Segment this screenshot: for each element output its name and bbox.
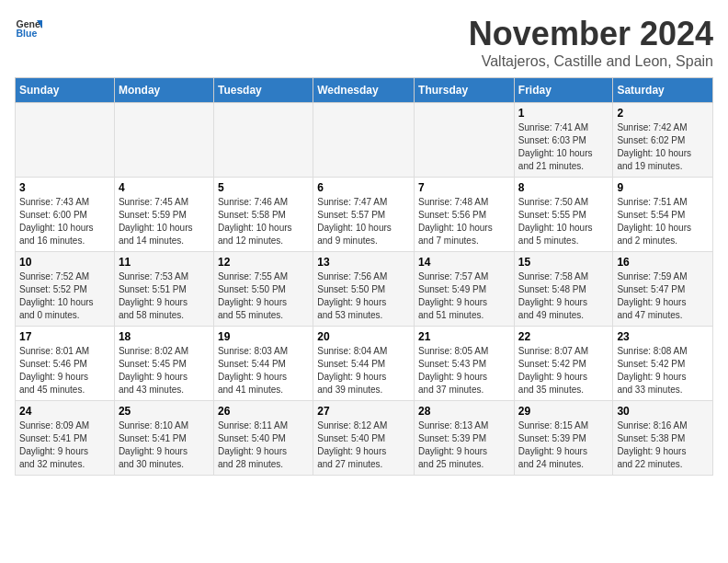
calendar-cell: 11Sunrise: 7:53 AM Sunset: 5:51 PM Dayli… xyxy=(114,252,213,327)
calendar-week-2: 10Sunrise: 7:52 AM Sunset: 5:52 PM Dayli… xyxy=(16,252,713,327)
day-number: 4 xyxy=(119,181,210,194)
day-info: Sunrise: 7:45 AM Sunset: 5:59 PM Dayligh… xyxy=(119,196,210,247)
day-info: Sunrise: 7:59 AM Sunset: 5:47 PM Dayligh… xyxy=(617,270,709,322)
calendar-cell: 23Sunrise: 8:08 AM Sunset: 5:42 PM Dayli… xyxy=(613,327,713,401)
svg-text:Blue: Blue xyxy=(17,28,38,39)
day-info: Sunrise: 7:47 AM Sunset: 5:57 PM Dayligh… xyxy=(317,196,410,247)
day-number: 9 xyxy=(617,181,709,194)
calendar-cell: 29Sunrise: 8:15 AM Sunset: 5:39 PM Dayli… xyxy=(514,401,613,476)
day-info: Sunrise: 8:08 AM Sunset: 5:42 PM Dayligh… xyxy=(617,345,709,396)
day-number: 19 xyxy=(218,330,309,343)
day-info: Sunrise: 7:50 AM Sunset: 5:55 PM Dayligh… xyxy=(518,196,609,247)
header-thursday: Thursday xyxy=(415,78,515,103)
calendar-cell: 14Sunrise: 7:57 AM Sunset: 5:49 PM Dayli… xyxy=(415,252,515,327)
day-info: Sunrise: 8:01 AM Sunset: 5:46 PM Dayligh… xyxy=(19,345,110,396)
calendar-cell: 20Sunrise: 8:04 AM Sunset: 5:44 PM Dayli… xyxy=(313,327,415,401)
day-number: 2 xyxy=(617,107,709,120)
day-number: 3 xyxy=(19,181,110,194)
calendar-cell: 28Sunrise: 8:13 AM Sunset: 5:39 PM Dayli… xyxy=(415,401,515,476)
calendar-cell: 15Sunrise: 7:58 AM Sunset: 5:48 PM Dayli… xyxy=(514,252,613,327)
month-title: November 2024 xyxy=(469,15,713,53)
day-info: Sunrise: 8:15 AM Sunset: 5:39 PM Dayligh… xyxy=(518,419,609,471)
day-info: Sunrise: 7:41 AM Sunset: 6:03 PM Dayligh… xyxy=(518,121,609,173)
day-info: Sunrise: 8:10 AM Sunset: 5:41 PM Dayligh… xyxy=(119,419,210,471)
header-friday: Friday xyxy=(514,78,613,103)
day-info: Sunrise: 7:43 AM Sunset: 6:00 PM Dayligh… xyxy=(19,196,110,247)
day-number: 16 xyxy=(617,256,709,269)
day-info: Sunrise: 7:56 AM Sunset: 5:50 PM Dayligh… xyxy=(317,270,410,322)
day-info: Sunrise: 7:52 AM Sunset: 5:52 PM Dayligh… xyxy=(19,270,110,322)
day-number: 1 xyxy=(518,107,609,120)
calendar-cell: 17Sunrise: 8:01 AM Sunset: 5:46 PM Dayli… xyxy=(16,327,115,401)
calendar-cell: 18Sunrise: 8:02 AM Sunset: 5:45 PM Dayli… xyxy=(114,327,213,401)
calendar-cell: 26Sunrise: 8:11 AM Sunset: 5:40 PM Dayli… xyxy=(213,401,313,476)
calendar-cell: 8Sunrise: 7:50 AM Sunset: 5:55 PM Daylig… xyxy=(514,178,613,252)
calendar-cell: 24Sunrise: 8:09 AM Sunset: 5:41 PM Dayli… xyxy=(16,401,115,476)
day-number: 21 xyxy=(418,330,510,343)
day-info: Sunrise: 7:57 AM Sunset: 5:49 PM Dayligh… xyxy=(418,270,510,322)
day-info: Sunrise: 8:11 AM Sunset: 5:40 PM Dayligh… xyxy=(218,419,309,471)
location-title: Valtajeros, Castille and Leon, Spain xyxy=(469,53,713,70)
day-info: Sunrise: 8:05 AM Sunset: 5:43 PM Dayligh… xyxy=(418,345,510,396)
day-number: 28 xyxy=(418,405,510,418)
day-info: Sunrise: 8:02 AM Sunset: 5:45 PM Dayligh… xyxy=(119,345,210,396)
day-number: 30 xyxy=(617,405,709,418)
day-number: 5 xyxy=(218,181,309,194)
calendar-cell: 27Sunrise: 8:12 AM Sunset: 5:40 PM Dayli… xyxy=(313,401,415,476)
day-info: Sunrise: 7:48 AM Sunset: 5:56 PM Dayligh… xyxy=(418,196,510,247)
day-number: 27 xyxy=(317,405,410,418)
calendar-cell: 4Sunrise: 7:45 AM Sunset: 5:59 PM Daylig… xyxy=(114,178,213,252)
day-info: Sunrise: 7:58 AM Sunset: 5:48 PM Dayligh… xyxy=(518,270,609,322)
calendar-header-row: SundayMondayTuesdayWednesdayThursdayFrid… xyxy=(16,78,713,103)
day-number: 18 xyxy=(119,330,210,343)
calendar-cell xyxy=(313,103,415,178)
day-info: Sunrise: 8:12 AM Sunset: 5:40 PM Dayligh… xyxy=(317,419,410,471)
title-section: November 2024 Valtajeros, Castille and L… xyxy=(469,15,713,70)
page-header: General Blue November 2024 Valtajeros, C… xyxy=(15,15,713,70)
day-number: 22 xyxy=(518,330,609,343)
day-number: 26 xyxy=(218,405,309,418)
day-number: 11 xyxy=(119,256,210,269)
header-wednesday: Wednesday xyxy=(313,78,415,103)
calendar-cell: 3Sunrise: 7:43 AM Sunset: 6:00 PM Daylig… xyxy=(16,178,115,252)
calendar-cell: 12Sunrise: 7:55 AM Sunset: 5:50 PM Dayli… xyxy=(213,252,313,327)
day-info: Sunrise: 7:42 AM Sunset: 6:02 PM Dayligh… xyxy=(617,121,709,173)
calendar-week-1: 3Sunrise: 7:43 AM Sunset: 6:00 PM Daylig… xyxy=(16,178,713,252)
day-number: 13 xyxy=(317,256,410,269)
calendar-cell: 21Sunrise: 8:05 AM Sunset: 5:43 PM Dayli… xyxy=(415,327,515,401)
header-saturday: Saturday xyxy=(613,78,713,103)
day-info: Sunrise: 8:16 AM Sunset: 5:38 PM Dayligh… xyxy=(617,419,709,471)
calendar-cell: 16Sunrise: 7:59 AM Sunset: 5:47 PM Dayli… xyxy=(613,252,713,327)
calendar-cell: 6Sunrise: 7:47 AM Sunset: 5:57 PM Daylig… xyxy=(313,178,415,252)
day-info: Sunrise: 7:55 AM Sunset: 5:50 PM Dayligh… xyxy=(218,270,309,322)
calendar-cell: 1Sunrise: 7:41 AM Sunset: 6:03 PM Daylig… xyxy=(514,103,613,178)
calendar-cell: 5Sunrise: 7:46 AM Sunset: 5:58 PM Daylig… xyxy=(213,178,313,252)
day-info: Sunrise: 8:04 AM Sunset: 5:44 PM Dayligh… xyxy=(317,345,410,396)
calendar-table: SundayMondayTuesdayWednesdayThursdayFrid… xyxy=(15,77,713,476)
header-tuesday: Tuesday xyxy=(213,78,313,103)
day-info: Sunrise: 7:53 AM Sunset: 5:51 PM Dayligh… xyxy=(119,270,210,322)
day-number: 29 xyxy=(518,405,609,418)
day-number: 23 xyxy=(617,330,709,343)
calendar-cell: 2Sunrise: 7:42 AM Sunset: 6:02 PM Daylig… xyxy=(613,103,713,178)
calendar-week-4: 24Sunrise: 8:09 AM Sunset: 5:41 PM Dayli… xyxy=(16,401,713,476)
day-number: 20 xyxy=(317,330,410,343)
day-number: 8 xyxy=(518,181,609,194)
header-monday: Monday xyxy=(114,78,213,103)
day-number: 6 xyxy=(317,181,410,194)
day-info: Sunrise: 8:07 AM Sunset: 5:42 PM Dayligh… xyxy=(518,345,609,396)
day-info: Sunrise: 8:09 AM Sunset: 5:41 PM Dayligh… xyxy=(19,419,110,471)
day-info: Sunrise: 7:46 AM Sunset: 5:58 PM Dayligh… xyxy=(218,196,309,247)
calendar-week-0: 1Sunrise: 7:41 AM Sunset: 6:03 PM Daylig… xyxy=(16,103,713,178)
calendar-cell: 25Sunrise: 8:10 AM Sunset: 5:41 PM Dayli… xyxy=(114,401,213,476)
logo: General Blue xyxy=(15,15,42,42)
day-number: 17 xyxy=(19,330,110,343)
day-number: 12 xyxy=(218,256,309,269)
calendar-cell: 22Sunrise: 8:07 AM Sunset: 5:42 PM Dayli… xyxy=(514,327,613,401)
day-number: 25 xyxy=(119,405,210,418)
calendar-cell xyxy=(415,103,515,178)
calendar-cell xyxy=(16,103,115,178)
day-number: 24 xyxy=(19,405,110,418)
day-number: 15 xyxy=(518,256,609,269)
logo-icon: General Blue xyxy=(15,15,42,42)
